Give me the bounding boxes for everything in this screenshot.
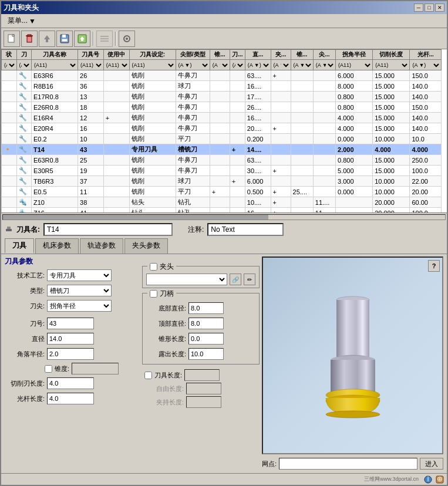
tab-tool[interactable]: 刀具	[5, 238, 34, 254]
bottom-dia-input[interactable]	[188, 302, 224, 314]
table-cell: 牛鼻刀	[176, 70, 210, 81]
expose-len-input[interactable]	[188, 348, 224, 360]
enter-button[interactable]: 进入	[420, 458, 443, 470]
filter-cutlen[interactable]: (A11)	[373, 60, 410, 70]
table-row[interactable]: 🔧E63R0.825铣削牛鼻刀63....0.80015.000250.0	[2, 155, 442, 166]
svg-rect-3	[27, 36, 32, 42]
corner-input[interactable]	[47, 348, 94, 360]
tab-clamp[interactable]: 夹头参数	[124, 238, 168, 254]
minimize-button[interactable]: ─	[414, 4, 423, 12]
filter-num[interactable]: (A11)	[78, 60, 104, 70]
table-cell	[103, 144, 129, 155]
toolbar-btn-settings[interactable]	[96, 31, 113, 47]
table-row[interactable]: 🔧E16R412+铣削牛鼻刀16....4.00015.000140.0	[2, 113, 442, 123]
table-cell	[2, 166, 17, 176]
filter-blade[interactable]: (A ▼)	[230, 60, 245, 70]
table-cell: 19	[78, 166, 104, 176]
table-cell: 牛鼻刀	[176, 113, 210, 123]
table-row[interactable]: 🔧E17R0.813铣削牛鼻刀17....0.80015.000140.0	[2, 92, 442, 102]
filter-taper[interactable]: (A ▼)	[210, 60, 230, 70]
col-header-corner: 拐角半径	[336, 50, 373, 60]
col-header-taper2: 锥...	[291, 50, 313, 60]
filter-name[interactable]: (A11)	[32, 60, 78, 70]
scrollbar-thumb[interactable]	[3, 215, 268, 220]
filter-state[interactable]: (A11)	[2, 60, 17, 70]
table-body: 🔧E63R626铣削牛鼻刀63....+6.00015.000150.0🔧R8B…	[2, 70, 442, 213]
filter-setting[interactable]: (A11)	[129, 60, 176, 70]
table-cell	[210, 176, 230, 187]
table-row[interactable]: 🔧E30R519铣削牛鼻刀30....+5.00015.000100.0	[2, 166, 442, 176]
table-cell: 15.000	[373, 102, 410, 113]
filter-corner[interactable]: (A11)	[336, 60, 373, 70]
table-row[interactable]: 🔧E20R416铣削牛鼻刀20....+4.00015.000140.0	[2, 123, 442, 134]
toolbar-btn-up[interactable]	[39, 31, 55, 47]
table-cell: 60.00	[410, 197, 442, 208]
scrollbar-area[interactable]	[1, 212, 447, 221]
filter-lightrod[interactable]: (A ▼)	[410, 60, 442, 70]
note-label: 注释:	[188, 225, 204, 235]
table-cell: 12	[78, 113, 104, 123]
table-row[interactable]: 🔩Z1038钻头钻孔10....+11....20.00060.00	[2, 197, 442, 208]
table-cell	[103, 155, 129, 166]
table-row[interactable]: 🔧E0.511铣削平刀+0.500+25....0.00010.00020.00	[2, 187, 442, 197]
filter-type[interactable]: (A ▼)	[176, 60, 210, 70]
clamp-label: 夹头	[160, 262, 174, 272]
cut-len-input[interactable]	[47, 377, 94, 389]
tool-name-input[interactable]	[43, 223, 173, 236]
table-cell: 🔧	[16, 81, 32, 92]
help-button[interactable]: ?	[428, 260, 440, 272]
num-input[interactable]	[47, 318, 94, 329]
horizontal-scrollbar[interactable]	[2, 214, 446, 220]
toolbar-btn-delete[interactable]	[21, 31, 38, 47]
top-dia-input[interactable]	[188, 318, 224, 329]
toolbar-btn-export[interactable]	[74, 31, 90, 47]
table-cell: E0.2	[32, 134, 78, 144]
filter-dia[interactable]: (A ▼)	[245, 60, 271, 70]
table-cell: 🔸	[2, 144, 17, 155]
maximize-button[interactable]: □	[425, 4, 434, 12]
table-row[interactable]: 🔩Z1641钻头钻孔16....+11....20.000100.0	[2, 208, 442, 213]
toolbar-btn-save[interactable]	[56, 31, 73, 47]
toolbar-btn-new[interactable]	[4, 31, 20, 47]
tool-len-checkbox[interactable]	[144, 372, 152, 379]
filter-clamp[interactable]: (A ▼)	[271, 60, 291, 70]
filter-taper2[interactable]: (A ▼)	[291, 60, 313, 70]
filter-knife[interactable]: (A11)	[16, 60, 32, 70]
table-row[interactable]: 🔧R8B1636铣削球刀16....8.00015.000140.0	[2, 81, 442, 92]
handle-checkbox[interactable]	[150, 290, 157, 298]
table-cell: 🔩	[16, 208, 32, 213]
clamp-link-btn[interactable]: 🔗	[230, 274, 241, 285]
filter-tip[interactable]: (A ▼)	[313, 60, 335, 70]
toolbar	[1, 28, 447, 49]
light-rod-input[interactable]	[47, 393, 94, 404]
clamp-select[interactable]	[146, 274, 227, 285]
network-input[interactable]	[279, 458, 417, 470]
table-row[interactable]: 🔧E63R626铣削牛鼻刀63....+6.00015.000150.0	[2, 70, 442, 81]
table-cell	[210, 123, 230, 134]
table-cell: 140.0	[410, 123, 442, 134]
toolbar-btn-config[interactable]	[119, 31, 135, 47]
tool-table-wrapper[interactable]: 状 刀 刀具名称 刀具号 使用中 刀具设定: 尖部/类型 锥... 刀... 直…	[1, 49, 447, 212]
type-select[interactable]: 槽铣刀平刀球刀牛鼻刀	[47, 285, 112, 296]
close-button[interactable]: ✕	[435, 4, 444, 12]
tab-machine[interactable]: 机床参数	[35, 238, 79, 254]
window-title: 刀具和夹头	[4, 3, 39, 13]
dia-input[interactable]	[47, 333, 94, 345]
filter-using[interactable]: (A11)	[103, 60, 129, 70]
table-row[interactable]: 🔧TB6R337铣削球刀+6.0003.00010.00022.00	[2, 176, 442, 187]
process-select[interactable]: 专用刀具铣削钻头	[47, 269, 112, 281]
table-row[interactable]: 🔧E26R0.818铣削牛鼻刀26....0.80015.000150.0	[2, 102, 442, 113]
tip-select[interactable]: 拐角半径平面球形	[47, 300, 112, 312]
menu-item-main[interactable]: 菜单... ▼	[4, 14, 40, 28]
taper-checkbox[interactable]	[45, 365, 52, 373]
clamp-checkbox[interactable]	[150, 263, 157, 271]
table-cell: 0.000	[336, 187, 373, 197]
table-cell: 0.800	[336, 92, 373, 102]
table-row[interactable]: 🔸🔧T1443专用刀具槽铣刀+14....2.0004.0004.000	[2, 144, 442, 155]
tab-track[interactable]: 轨迹参数	[80, 238, 123, 254]
tool-preview: ?	[262, 256, 443, 454]
table-row[interactable]: 🔧E0.210铣削平刀0.2000.00010.00010.0	[2, 134, 442, 144]
clamp-edit-btn[interactable]: ✏	[244, 274, 255, 285]
note-input[interactable]	[207, 223, 284, 236]
taper-len-input[interactable]	[188, 333, 224, 345]
